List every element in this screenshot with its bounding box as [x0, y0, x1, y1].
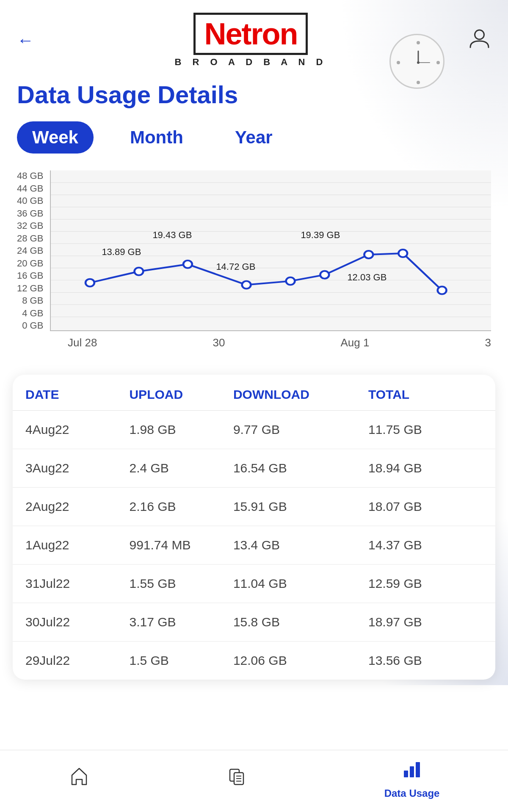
- logo-broadband: B R O A D B A N D: [175, 57, 327, 68]
- data-label-1203: 12.03 GB: [347, 272, 387, 283]
- cell-date: 31Jul22: [25, 576, 129, 591]
- x-label-jul28: Jul 28: [68, 336, 97, 349]
- cell-upload: 1.98 GB: [129, 422, 233, 437]
- table-row: 2Aug22 2.16 GB 15.91 GB 18.07 GB: [13, 488, 495, 526]
- cell-download: 16.54 GB: [233, 461, 368, 475]
- svg-point-26: [364, 251, 373, 258]
- svg-rect-34: [404, 771, 408, 777]
- data-table: DATE UPLOAD DOWNLOAD TOTAL 4Aug22 1.98 G…: [13, 375, 495, 680]
- col-download: DOWNLOAD: [233, 387, 368, 402]
- cell-date: 30Jul22: [25, 615, 129, 629]
- nav-data-usage[interactable]: Data Usage: [384, 759, 440, 799]
- y-label: 32 GB: [17, 220, 43, 231]
- svg-point-25: [320, 271, 329, 279]
- tab-week[interactable]: Week: [17, 121, 94, 154]
- cell-date: 29Jul22: [25, 653, 129, 668]
- data-usage-icon: [401, 759, 422, 785]
- svg-point-22: [183, 261, 192, 268]
- cell-date: 4Aug22: [25, 422, 129, 437]
- data-label-1943: 19.43 GB: [152, 230, 192, 241]
- cell-total: 18.07 GB: [368, 499, 483, 514]
- x-label-30: 30: [213, 336, 225, 349]
- y-label: 24 GB: [17, 245, 43, 256]
- logo-text: Netron: [204, 17, 297, 51]
- home-icon: [69, 766, 90, 792]
- cell-total: 13.56 GB: [368, 653, 483, 668]
- y-label: 4 GB: [22, 308, 43, 319]
- cell-upload: 3.17 GB: [129, 615, 233, 629]
- table-row: 3Aug22 2.4 GB 16.54 GB 18.94 GB: [13, 449, 495, 488]
- svg-point-21: [135, 268, 144, 275]
- y-label: 44 GB: [17, 183, 43, 194]
- cell-download: 12.06 GB: [233, 653, 368, 668]
- data-label-1389: 13.89 GB: [102, 247, 141, 258]
- chart-area: 13.89 GB 19.43 GB 14.72 GB 19.39 GB 12.0…: [50, 170, 491, 331]
- svg-rect-36: [416, 762, 420, 777]
- svg-point-1: [417, 41, 420, 44]
- nav-home[interactable]: [69, 766, 90, 792]
- table-row: 30Jul22 3.17 GB 15.8 GB 18.97 GB: [13, 603, 495, 642]
- cell-total: 18.94 GB: [368, 461, 483, 475]
- table-header: DATE UPLOAD DOWNLOAD TOTAL: [13, 375, 495, 411]
- svg-rect-35: [410, 766, 414, 777]
- user-icon[interactable]: [468, 26, 491, 54]
- cell-upload: 2.4 GB: [129, 461, 233, 475]
- cell-date: 2Aug22: [25, 499, 129, 514]
- chart-section: 48 GB 44 GB 40 GB 36 GB 32 GB 28 GB 24 G…: [0, 170, 508, 366]
- svg-point-24: [286, 277, 295, 285]
- y-label: 16 GB: [17, 270, 43, 281]
- col-upload: UPLOAD: [129, 387, 233, 402]
- cell-download: 15.8 GB: [233, 615, 368, 629]
- y-label: 28 GB: [17, 233, 43, 244]
- svg-point-0: [475, 30, 484, 39]
- table-body: 4Aug22 1.98 GB 9.77 GB 11.75 GB 3Aug22 2…: [13, 411, 495, 680]
- table-row: 29Jul22 1.5 GB 12.06 GB 13.56 GB: [13, 642, 495, 680]
- clock-decoration: [389, 34, 449, 93]
- svg-point-23: [242, 281, 251, 289]
- tabs-container: Week Month Year: [0, 121, 508, 170]
- x-label-3: 3: [485, 336, 491, 349]
- cell-upload: 991.74 MB: [129, 538, 233, 552]
- table-row: 31Jul22 1.55 GB 11.04 GB 12.59 GB: [13, 565, 495, 603]
- table-row: 4Aug22 1.98 GB 9.77 GB 11.75 GB: [13, 411, 495, 449]
- files-icon: [226, 766, 248, 792]
- cell-upload: 1.5 GB: [129, 653, 233, 668]
- y-label: 0 GB: [22, 320, 43, 331]
- logo: Netron B R O A D B A N D: [175, 13, 327, 68]
- col-total: TOTAL: [368, 387, 483, 402]
- nav-data-usage-label: Data Usage: [384, 787, 440, 799]
- svg-point-27: [399, 250, 408, 257]
- cell-total: 12.59 GB: [368, 576, 483, 591]
- cell-total: 18.97 GB: [368, 615, 483, 629]
- data-label-1939: 19.39 GB: [301, 230, 340, 241]
- y-label: 36 GB: [17, 208, 43, 219]
- y-label: 48 GB: [17, 170, 43, 181]
- nav-files[interactable]: [226, 766, 248, 792]
- svg-point-28: [438, 287, 447, 294]
- y-label: 12 GB: [17, 283, 43, 294]
- back-button[interactable]: ←: [17, 31, 34, 50]
- x-axis-labels: Jul 28 30 Aug 1 3: [17, 331, 491, 349]
- cell-download: 11.04 GB: [233, 576, 368, 591]
- svg-point-3: [397, 61, 400, 64]
- tab-month[interactable]: Month: [115, 121, 199, 154]
- table-row: 1Aug22 991.74 MB 13.4 GB 14.37 GB: [13, 526, 495, 565]
- cell-download: 15.91 GB: [233, 499, 368, 514]
- y-axis: 48 GB 44 GB 40 GB 36 GB 32 GB 28 GB 24 G…: [17, 170, 50, 331]
- tab-year[interactable]: Year: [220, 121, 288, 154]
- bottom-nav: Data Usage: [0, 750, 508, 812]
- data-label-1472: 14.72 GB: [216, 261, 255, 272]
- cell-date: 1Aug22: [25, 538, 129, 552]
- cell-download: 9.77 GB: [233, 422, 368, 437]
- cell-upload: 2.16 GB: [129, 499, 233, 514]
- y-label: 20 GB: [17, 258, 43, 269]
- cell-total: 14.37 GB: [368, 538, 483, 552]
- cell-date: 3Aug22: [25, 461, 129, 475]
- svg-point-4: [436, 61, 440, 64]
- svg-point-7: [417, 61, 420, 64]
- y-label: 40 GB: [17, 195, 43, 206]
- svg-point-20: [86, 279, 94, 287]
- y-label: 8 GB: [22, 295, 43, 306]
- cell-upload: 1.55 GB: [129, 576, 233, 591]
- header: ← Netron B R O A D B A N D: [0, 0, 508, 76]
